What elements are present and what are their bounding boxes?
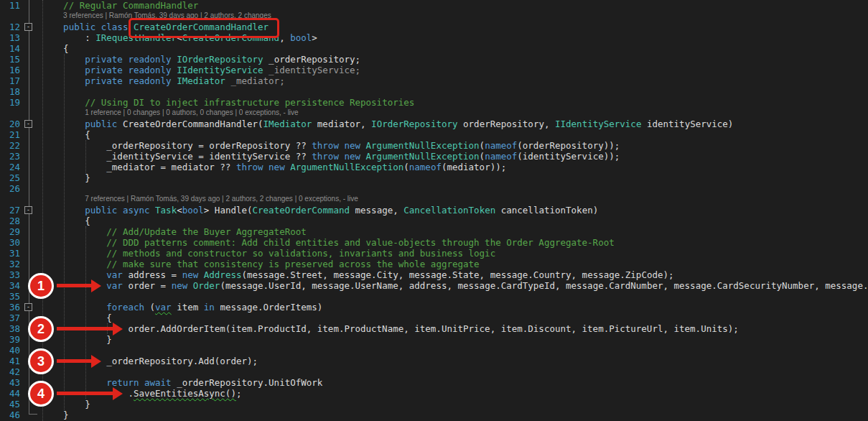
code-line[interactable]: 37 { <box>0 313 868 323</box>
code-line[interactable]: 11 // Regular CommandHandler <box>0 0 868 11</box>
code-line[interactable]: 23 _identityService = identityService ??… <box>0 151 868 162</box>
code-line[interactable]: 22 _orderRepository = orderRepository ??… <box>0 140 868 151</box>
code-text[interactable]: _mediator = mediator ?? throw new Argume… <box>34 162 506 172</box>
line-number[interactable]: 33 <box>0 269 20 280</box>
line-number[interactable]: 39 <box>0 334 20 345</box>
line-number[interactable]: 31 <box>0 248 20 259</box>
code-text[interactable] <box>34 86 42 97</box>
code-line[interactable]: 44 .SaveEntitiesAsync(); <box>0 388 868 399</box>
code-text[interactable]: order.AddOrderItem(item.ProductId, item.… <box>34 323 739 334</box>
line-number[interactable]: 28 <box>0 216 20 226</box>
code-text[interactable]: _identityService = identityService ?? th… <box>34 151 620 162</box>
line-number[interactable]: 12 <box>0 22 20 32</box>
code-text[interactable]: } <box>34 410 69 420</box>
code-text[interactable]: // methods and constructor so validation… <box>34 248 495 259</box>
code-line[interactable]: 36- foreach (var item in message.OrderIt… <box>0 302 868 313</box>
line-number[interactable] <box>0 108 20 119</box>
fold-collapse-icon[interactable]: - <box>24 206 32 214</box>
code-text[interactable]: foreach (var item in message.OrderItems) <box>34 302 322 313</box>
code-line[interactable]: 40 <box>0 345 868 356</box>
line-number[interactable] <box>0 194 20 205</box>
code-text[interactable]: public CreateOrderCommandHandler(IMediat… <box>34 119 733 129</box>
codelens-info[interactable]: 7 references | Ramón Tomás, 39 days ago … <box>34 194 358 205</box>
line-number[interactable]: 14 <box>0 43 20 54</box>
line-number[interactable]: 34 <box>0 280 20 291</box>
code-line[interactable]: 33 var address = new Address(message.Str… <box>0 269 868 280</box>
line-number[interactable]: 15 <box>0 54 20 65</box>
code-line[interactable]: 19 // Using DI to inject infrastructure … <box>0 97 868 108</box>
line-number[interactable]: 21 <box>0 129 20 140</box>
code-line[interactable]: 38 order.AddOrderItem(item.ProductId, it… <box>0 323 868 334</box>
code-text[interactable]: { <box>34 43 69 54</box>
codelens-line[interactable]: 1 reference | 0 changes | 0 authors, 0 c… <box>0 108 868 119</box>
code-line[interactable]: 42 <box>0 366 868 377</box>
code-line[interactable]: 43 return await _orderRepository.UnitOfW… <box>0 377 868 388</box>
fold-collapse-icon[interactable]: - <box>24 303 32 311</box>
code-line[interactable]: 39 } <box>0 334 868 345</box>
line-number[interactable]: 40 <box>0 345 20 356</box>
code-line[interactable]: 45 } <box>0 399 868 410</box>
line-number[interactable]: 27 <box>0 205 20 216</box>
code-text[interactable]: // Regular CommandHandler <box>34 0 198 11</box>
line-number[interactable]: 13 <box>0 32 20 43</box>
line-number[interactable]: 45 <box>0 399 20 410</box>
code-text[interactable]: // make sure that consistency is preserv… <box>34 259 480 269</box>
code-text[interactable]: private readonly IMediator _mediator; <box>34 75 285 86</box>
line-number[interactable]: 38 <box>0 323 20 334</box>
code-line[interactable]: 17 private readonly IMediator _mediator; <box>0 75 868 86</box>
code-text[interactable]: public async Task<bool> Handle(CreateOrd… <box>34 205 598 216</box>
code-text[interactable]: private readonly IOrderRepository _order… <box>34 54 360 65</box>
code-line[interactable]: 18 <box>0 86 868 97</box>
line-number[interactable]: 30 <box>0 237 20 248</box>
code-line[interactable]: 46 } <box>0 410 868 420</box>
code-line[interactable]: 15 private readonly IOrderRepository _or… <box>0 54 868 65</box>
line-number[interactable]: 36 <box>0 302 20 313</box>
line-number[interactable]: 19 <box>0 97 20 108</box>
line-number[interactable]: 16 <box>0 65 20 75</box>
codelens-info[interactable]: 1 reference | 0 changes | 0 authors, 0 c… <box>34 108 299 119</box>
code-text[interactable]: return await _orderRepository.UnitOfWork <box>34 377 322 388</box>
line-number[interactable]: 37 <box>0 313 20 323</box>
line-number[interactable]: 25 <box>0 172 20 183</box>
line-number[interactable]: 26 <box>0 183 20 194</box>
code-line[interactable]: 21 { <box>0 129 868 140</box>
line-number[interactable]: 46 <box>0 410 20 420</box>
code-text[interactable]: private readonly IIdentityService _ident… <box>34 65 360 75</box>
codelens-line[interactable]: 7 references | Ramón Tomás, 39 days ago … <box>0 194 868 205</box>
line-number[interactable] <box>0 11 20 22</box>
line-number[interactable]: 11 <box>0 0 20 11</box>
line-number[interactable]: 32 <box>0 259 20 269</box>
code-line[interactable]: 26 <box>0 183 868 194</box>
code-line[interactable]: 35 <box>0 291 868 302</box>
code-line[interactable]: 25 } <box>0 172 868 183</box>
code-line[interactable]: 24 _mediator = mediator ?? throw new Arg… <box>0 162 868 172</box>
line-number[interactable]: 18 <box>0 86 20 97</box>
code-text[interactable] <box>34 183 42 194</box>
line-number[interactable]: 23 <box>0 151 20 162</box>
line-number[interactable]: 43 <box>0 377 20 388</box>
line-number[interactable]: 17 <box>0 75 20 86</box>
code-text[interactable]: _orderRepository = orderRepository ?? th… <box>34 140 620 151</box>
code-text[interactable]: // Using DI to inject infrastructure per… <box>34 97 414 108</box>
code-line[interactable]: 20- public CreateOrderCommandHandler(IMe… <box>0 119 868 129</box>
code-line[interactable]: 28 { <box>0 216 868 226</box>
fold-collapse-icon[interactable]: - <box>24 120 32 128</box>
code-line[interactable]: 31 // methods and constructor so validat… <box>0 248 868 259</box>
code-line[interactable]: 29 // Add/Update the Buyer AggregateRoot <box>0 226 868 237</box>
line-number[interactable]: 22 <box>0 140 20 151</box>
code-line[interactable]: 34 var order = new Order(message.UserId,… <box>0 280 868 291</box>
code-line[interactable]: 14 { <box>0 43 868 54</box>
line-number[interactable]: 35 <box>0 291 20 302</box>
line-number[interactable]: 44 <box>0 388 20 399</box>
code-line[interactable]: 30 // DDD patterns comment: Add child en… <box>0 237 868 248</box>
fold-collapse-icon[interactable]: - <box>24 23 32 31</box>
code-text[interactable]: var order = new Order(message.UserId, me… <box>34 280 868 291</box>
code-text[interactable]: // DDD patterns comment: Add child entit… <box>34 237 615 248</box>
line-number[interactable]: 29 <box>0 226 20 237</box>
line-number[interactable]: 24 <box>0 162 20 172</box>
code-line[interactable]: 27- public async Task<bool> Handle(Creat… <box>0 205 868 216</box>
code-line[interactable]: 41 _orderRepository.Add(order); <box>0 356 868 366</box>
code-text[interactable]: var address = new Address(message.Street… <box>34 269 674 280</box>
line-number[interactable]: 41 <box>0 356 20 366</box>
code-line[interactable]: 32 // make sure that consistency is pres… <box>0 259 868 269</box>
